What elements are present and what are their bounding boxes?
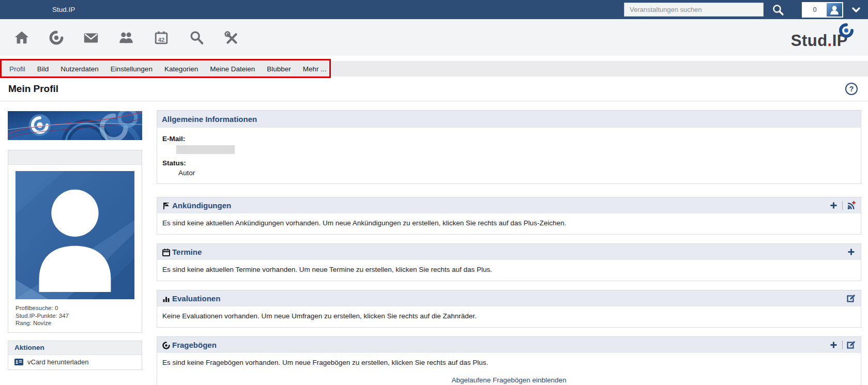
plus-icon bbox=[829, 201, 839, 210]
chevron-down-icon bbox=[850, 5, 862, 14]
profile-tabs: Profil Bild Nutzerdaten Einstellungen Ka… bbox=[0, 61, 868, 76]
toolbar-tools-button[interactable] bbox=[223, 29, 240, 46]
tab-kategorien[interactable]: Kategorien bbox=[164, 65, 198, 73]
svg-text:?: ? bbox=[849, 85, 854, 93]
profile-banner-image bbox=[8, 111, 142, 140]
calendar-small-icon bbox=[162, 248, 171, 257]
announcements-empty-text: Es sind keine aktuellen Ankündigungen vo… bbox=[157, 213, 861, 234]
toolbar-studip-button[interactable] bbox=[48, 29, 65, 46]
section-evaluations: Evaluationen Keine Evaluationen vorhande… bbox=[157, 290, 861, 328]
add-questionnaire-button[interactable] bbox=[829, 340, 839, 350]
email-value-redacted bbox=[176, 145, 235, 154]
icon-separator bbox=[842, 201, 843, 210]
user-avatar-button[interactable] bbox=[827, 3, 842, 17]
stat-studip-points: Stud.IP-Punkte: 347 bbox=[16, 312, 134, 320]
section-announcements: Ankündigungen bbox=[157, 197, 861, 235]
search-submit-button[interactable] bbox=[768, 3, 788, 17]
tools-icon bbox=[223, 29, 240, 46]
toolbar-home-button[interactable] bbox=[13, 29, 31, 46]
tab-profil[interactable]: Profil bbox=[9, 65, 25, 73]
section-general-info-title: Allgemeine Informationen bbox=[162, 115, 257, 124]
toolbar-search-button[interactable] bbox=[188, 29, 205, 46]
toolbar-schedule-button[interactable]: 42 bbox=[153, 29, 170, 46]
section-announcements-title-wrap: Ankündigungen bbox=[162, 201, 231, 210]
plus-icon bbox=[829, 340, 839, 350]
logo-red-dot: . bbox=[828, 32, 832, 50]
logo-spiral-icon bbox=[839, 23, 854, 38]
status-label: Status: bbox=[162, 159, 856, 167]
section-dates-title-wrap: Termine bbox=[162, 248, 202, 256]
edit-form-icon bbox=[846, 294, 856, 303]
manage-evaluations-button[interactable] bbox=[846, 294, 856, 303]
vcard-download-link[interactable]: vCard herunterladen bbox=[8, 355, 142, 369]
evaluations-actions bbox=[846, 294, 856, 303]
show-expired-questionnaires-link[interactable]: Abgelaufene Fragebögen einblenden bbox=[451, 376, 566, 384]
calendar-icon: 42 bbox=[153, 29, 170, 46]
questionnaires-empty-text: Es sind keine Fragebögen vorhanden. Um n… bbox=[157, 353, 861, 374]
add-date-button[interactable] bbox=[846, 247, 856, 257]
topbar: Stud.IP 0 bbox=[0, 0, 868, 19]
toolbar-icons: 42 bbox=[13, 29, 240, 46]
dates-actions bbox=[846, 247, 856, 257]
icon-separator bbox=[842, 341, 843, 349]
tab-list: Profil Bild Nutzerdaten Einstellungen Ka… bbox=[0, 65, 327, 73]
user-menu-toggle[interactable] bbox=[850, 5, 862, 14]
tab-mehr[interactable]: Mehr ... bbox=[303, 65, 327, 73]
section-questionnaires-title: Fragebögen bbox=[172, 341, 217, 349]
toolbar-messages-button[interactable] bbox=[82, 29, 100, 46]
announcement-flag-icon bbox=[162, 202, 171, 210]
manage-questionnaires-button[interactable] bbox=[846, 340, 856, 350]
app-title: Stud.IP bbox=[52, 6, 75, 13]
status-value: Autor bbox=[178, 169, 856, 177]
section-general-info-header: Allgemeine Informationen bbox=[157, 111, 861, 128]
tab-bild[interactable]: Bild bbox=[37, 65, 49, 73]
plus-icon bbox=[846, 247, 856, 257]
section-dates: Termine Es sind keine aktuellen Termine … bbox=[157, 243, 861, 281]
section-questionnaires-title-wrap: Fragebögen bbox=[162, 341, 217, 349]
calendar-day-number: 42 bbox=[158, 36, 165, 42]
studip-spiral-icon bbox=[48, 29, 65, 46]
search-icon bbox=[772, 4, 784, 16]
notification-counter[interactable]: 0 bbox=[803, 3, 827, 17]
announcements-actions bbox=[829, 201, 856, 210]
questionnaire-spiral-icon bbox=[162, 341, 171, 350]
dates-empty-text: Es sind keine aktuellen Termine vorhande… bbox=[157, 260, 861, 281]
section-dates-header: Termine bbox=[157, 244, 861, 260]
activate-rss-button[interactable] bbox=[846, 201, 856, 210]
avatar-container bbox=[8, 165, 142, 303]
stat-profile-visits: Profilbesuche: 0 bbox=[16, 304, 134, 312]
actions-widget: Aktionen vCard herunterladen bbox=[8, 341, 142, 370]
tab-einstellungen[interactable]: Einstellungen bbox=[111, 65, 153, 73]
user-avatar-icon bbox=[828, 4, 841, 16]
section-general-info: Allgemeine Informationen E-Mail: Status:… bbox=[157, 110, 861, 184]
content-area: Profilbesuche: 0 Stud.IP-Punkte: 347 Ran… bbox=[0, 101, 868, 385]
search-icon bbox=[188, 29, 205, 46]
vcard-icon bbox=[14, 359, 23, 365]
profile-card-header bbox=[8, 150, 142, 165]
section-evaluations-title: Evaluationen bbox=[172, 294, 220, 303]
page-title: Mein Profil bbox=[8, 83, 58, 95]
sidebar: Profilbesuche: 0 Stud.IP-Punkte: 347 Ran… bbox=[8, 110, 142, 385]
help-icon: ? bbox=[845, 82, 858, 96]
actions-widget-title: Aktionen bbox=[8, 341, 142, 355]
studip-profile-page: Stud.IP 0 bbox=[0, 0, 868, 385]
rss-add-icon bbox=[846, 201, 856, 210]
search-input[interactable] bbox=[624, 3, 764, 17]
help-button[interactable]: ? bbox=[845, 82, 858, 96]
section-evaluations-title-wrap: Evaluationen bbox=[162, 294, 220, 303]
profile-card: Profilbesuche: 0 Stud.IP-Punkte: 347 Ran… bbox=[8, 150, 142, 333]
tab-blubber[interactable]: Blubber bbox=[267, 65, 291, 73]
home-icon bbox=[13, 29, 31, 46]
add-announcement-button[interactable] bbox=[829, 201, 839, 210]
page-header: Mein Profil ? bbox=[0, 76, 868, 101]
email-label: E-Mail: bbox=[162, 135, 856, 143]
profile-stats: Profilbesuche: 0 Stud.IP-Punkte: 347 Ran… bbox=[8, 303, 142, 332]
bar-chart-icon bbox=[162, 295, 171, 303]
toolbar-community-button[interactable] bbox=[117, 29, 135, 46]
tab-meine-dateien[interactable]: Meine Dateien bbox=[210, 65, 255, 73]
section-announcements-header: Ankündigungen bbox=[157, 197, 861, 213]
section-dates-title: Termine bbox=[172, 248, 202, 256]
main-toolbar: 42 Stud.IP bbox=[0, 19, 868, 56]
toolbar-gap bbox=[0, 56, 868, 61]
tab-nutzerdaten[interactable]: Nutzerdaten bbox=[60, 65, 99, 73]
